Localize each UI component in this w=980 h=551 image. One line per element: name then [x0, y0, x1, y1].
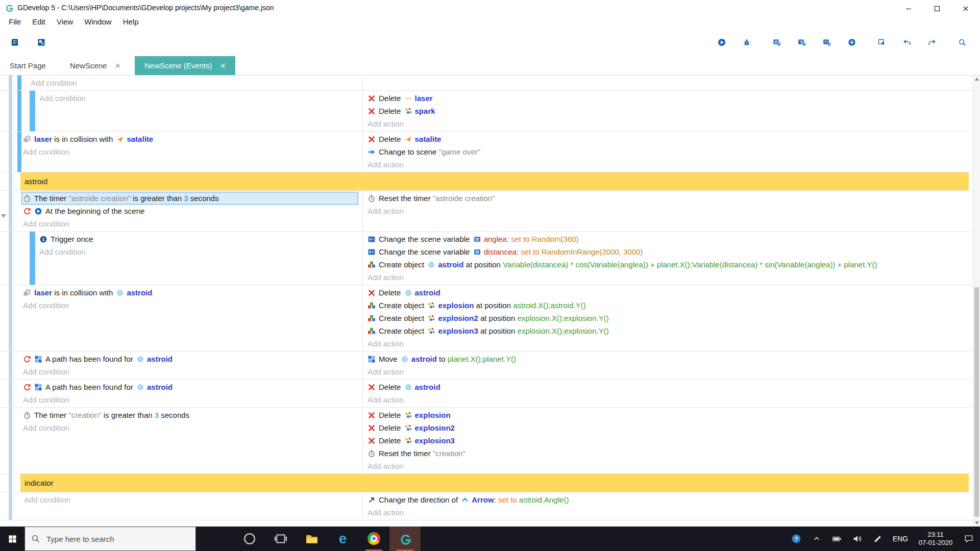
- add-condition-link[interactable]: Add condition: [31, 77, 359, 89]
- add-condition-link[interactable]: Add condition: [39, 245, 359, 258]
- action[interactable]: Reset the timer "astroide creation": [368, 192, 970, 205]
- text-segment: astroid: [127, 288, 152, 297]
- debug-button[interactable]: [739, 33, 757, 52]
- scroll-down-button[interactable]: [973, 519, 980, 527]
- menu-view[interactable]: View: [51, 17, 79, 26]
- edge-button[interactable]: e: [327, 527, 358, 551]
- action[interactable]: Change the direction of Arrow: set to as…: [368, 493, 970, 506]
- add-subevent-button[interactable]: [794, 33, 813, 52]
- taskbar-search[interactable]: [24, 527, 196, 551]
- action[interactable]: Create object explosion3 at position exp…: [368, 324, 970, 337]
- cortana-button[interactable]: [234, 527, 265, 551]
- add-action-link[interactable]: Add action: [368, 271, 970, 284]
- condition[interactable]: A path has been found for astroid: [23, 381, 359, 393]
- comment-band[interactable]: indicator: [20, 474, 969, 492]
- tab-newscene-events-[interactable]: NewScene (Events)×: [135, 56, 235, 75]
- add-condition-link[interactable]: Add condition: [23, 217, 359, 230]
- action[interactable]: Delete explosion2: [368, 421, 970, 434]
- add-action-link[interactable]: Add action: [368, 506, 970, 519]
- action[interactable]: Delete laser: [368, 92, 970, 105]
- scrollbar-thumb[interactable]: [974, 287, 979, 517]
- add-action-link[interactable]: Add action: [368, 117, 970, 130]
- scrollbar[interactable]: [973, 76, 980, 527]
- tab-newscene[interactable]: NewScene×: [60, 56, 130, 75]
- add-condition-link[interactable]: Add condition: [24, 493, 359, 506]
- add-action-link[interactable]: Add action: [368, 205, 970, 217]
- maximize-button[interactable]: [923, 0, 951, 15]
- action-center-button[interactable]: [960, 527, 978, 551]
- pen-button[interactable]: [869, 527, 887, 551]
- action[interactable]: Create object astroid at position Variab…: [368, 258, 970, 271]
- action[interactable]: Delete explosion3: [368, 434, 970, 447]
- action[interactable]: Create object explosion at position astr…: [368, 299, 970, 312]
- show-hidden-icons-button[interactable]: [807, 527, 826, 551]
- chrome-button[interactable]: [358, 527, 389, 551]
- condition[interactable]: laser is in collision with satalite: [23, 133, 359, 145]
- add-condition-link[interactable]: Add condition: [39, 92, 359, 105]
- action[interactable]: Delete spark: [368, 105, 970, 117]
- action[interactable]: Delete astroid: [368, 286, 970, 299]
- add-circle-button[interactable]: [844, 33, 863, 52]
- action[interactable]: Delete explosion: [368, 409, 970, 421]
- add-condition-link[interactable]: Add condition: [23, 365, 359, 378]
- menu-window[interactable]: Window: [79, 17, 117, 26]
- text-segment: explosion.X();explosion.Y(): [517, 314, 608, 322]
- task-view-button[interactable]: [265, 527, 296, 551]
- action[interactable]: Move astroid to planet.X();planet.Y(): [368, 353, 970, 365]
- condition[interactable]: A path has been found for astroid: [23, 353, 359, 365]
- tab-close-icon[interactable]: ×: [115, 61, 120, 70]
- close-button[interactable]: [951, 0, 980, 15]
- add-action-link[interactable]: Add action: [368, 393, 970, 406]
- add-comment-button[interactable]: [819, 33, 838, 52]
- condition[interactable]: The timer "astroide creation" is greater…: [21, 192, 358, 205]
- add-action-link[interactable]: Add action: [368, 365, 970, 378]
- satalite-icon: [404, 135, 412, 143]
- condition[interactable]: The timer "creation" is greater than 3 s…: [23, 409, 359, 421]
- battery-button[interactable]: [828, 527, 846, 551]
- gdevelop-button[interactable]: [389, 527, 421, 551]
- condition[interactable]: 1Trigger once: [39, 233, 359, 245]
- pick-event-button[interactable]: [874, 33, 893, 52]
- condition[interactable]: At the beginning of the scene: [23, 205, 359, 217]
- comment-band[interactable]: astroid: [20, 172, 969, 190]
- action[interactable]: Change to scene "game over": [368, 145, 970, 158]
- language-indicator[interactable]: ENG: [889, 535, 912, 543]
- project-manager-button[interactable]: [7, 33, 26, 52]
- search-button[interactable]: [954, 33, 973, 52]
- add-condition-link[interactable]: Add condition: [23, 299, 359, 312]
- condition[interactable]: laser is in collision with astroid: [23, 286, 359, 299]
- minimize-button[interactable]: [894, 0, 923, 15]
- tab-start-page[interactable]: Start Page: [0, 56, 56, 75]
- action[interactable]: Delete astroid: [368, 381, 970, 393]
- add-condition-link[interactable]: Add condition: [23, 393, 359, 406]
- tab-close-icon[interactable]: ×: [220, 61, 226, 70]
- add-action-link[interactable]: Add action: [368, 337, 970, 350]
- action[interactable]: Delete satalite: [368, 133, 970, 145]
- help-button[interactable]: ?: [787, 527, 805, 551]
- add-event-button[interactable]: [769, 33, 788, 52]
- scroll-up-button[interactable]: [973, 76, 980, 83]
- add-condition-link[interactable]: Add condition: [23, 145, 359, 158]
- action[interactable]: Reset the timer "creation": [368, 447, 970, 460]
- menu-edit[interactable]: Edit: [27, 17, 51, 26]
- text-segment: distancea: [484, 247, 517, 256]
- add-condition-link[interactable]: Add condition: [23, 421, 359, 434]
- menu-help[interactable]: Help: [117, 17, 144, 26]
- action[interactable]: Change the scene variable anglea: set to…: [368, 233, 970, 245]
- clock[interactable]: 23:1107-01-2020: [914, 531, 958, 547]
- fold-arrow-icon[interactable]: [1, 214, 6, 218]
- add-action-link[interactable]: Add action: [368, 158, 970, 171]
- menu-file[interactable]: File: [3, 17, 27, 26]
- search-input[interactable]: [45, 534, 180, 544]
- scene-edit-button[interactable]: [34, 33, 52, 52]
- redo-button[interactable]: [924, 33, 943, 52]
- file-explorer-button[interactable]: [296, 527, 327, 551]
- start-button[interactable]: [0, 527, 24, 551]
- volume-button[interactable]: [848, 527, 867, 551]
- play-button[interactable]: [714, 33, 732, 52]
- action[interactable]: Change the scene variable distancea: set…: [368, 245, 970, 258]
- action[interactable]: Create object explosion2 at position exp…: [368, 312, 970, 324]
- undo-button[interactable]: [899, 33, 918, 52]
- add-action-link[interactable]: Add action: [368, 460, 970, 472]
- add-event-icon: [773, 38, 781, 46]
